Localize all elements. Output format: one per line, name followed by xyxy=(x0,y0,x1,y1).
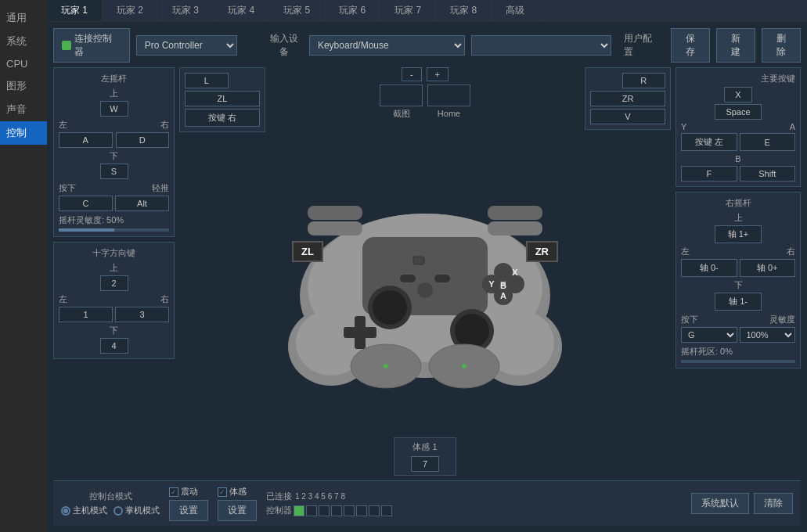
connect-controller-button[interactable]: 连接控制器 xyxy=(53,28,130,63)
controller-indicator-5 xyxy=(344,505,355,516)
B-label: B xyxy=(735,154,740,164)
input-device-select2[interactable] xyxy=(471,35,611,56)
sidebar-item-graphics[interactable]: 图形 xyxy=(0,74,47,98)
space-key[interactable]: Space xyxy=(715,104,762,120)
input-device-select[interactable]: Keyboard/Mouse xyxy=(309,35,465,56)
sidebar-item-audio[interactable]: 声音 xyxy=(0,98,47,121)
L-button[interactable]: L xyxy=(185,73,229,88)
tab-player6[interactable]: 玩家 6 xyxy=(325,0,380,21)
controller-indicator-3 xyxy=(319,505,330,516)
sidebar-item-general[interactable]: 通用 xyxy=(0,6,47,30)
left-stick-push-key[interactable]: Alt xyxy=(115,196,169,211)
controller-type-select[interactable]: Pro Controller xyxy=(136,35,238,56)
svg-rect-22 xyxy=(434,275,450,282)
zl-label: ZL xyxy=(292,241,323,262)
handheld-mode-radio[interactable]: 掌机模式 xyxy=(113,505,160,516)
haptic-checkbox[interactable]: ✓ 体感 xyxy=(218,486,257,498)
svg-point-16 xyxy=(494,263,513,282)
console-mode-title: 控制台模式 xyxy=(61,491,160,502)
tab-player8[interactable]: 玩家 8 xyxy=(436,0,492,21)
left-key-btn[interactable]: 按键 左 xyxy=(681,133,737,151)
controller-label: 控制器 xyxy=(266,505,292,516)
tab-player7[interactable]: 玩家 7 xyxy=(380,0,436,21)
left-stick-press-key[interactable]: C xyxy=(59,196,113,211)
tab-player5[interactable]: 玩家 5 xyxy=(269,0,325,21)
screenshot-area xyxy=(380,84,423,106)
mid-section: 左摇杆 上 W 左 右 A D xyxy=(53,67,801,476)
user-config-label: 用户配置 xyxy=(624,32,661,59)
dpad-down-key[interactable]: 4 xyxy=(100,338,128,354)
R-button[interactable]: R xyxy=(622,73,666,88)
left-stick-down-key[interactable]: S xyxy=(100,164,128,179)
vibration-checkbox[interactable]: ✓ 震动 xyxy=(169,486,208,498)
clear-button[interactable]: 清除 xyxy=(754,493,793,514)
haptic-setup-button[interactable]: 设置 xyxy=(218,500,257,521)
left-stick-panel: 左摇杆 上 W 左 右 A D xyxy=(53,67,175,237)
tab-player1[interactable]: 玩家 1 xyxy=(47,0,103,21)
ZL-key[interactable]: 按键 右 xyxy=(185,109,260,127)
vibration-setup-button[interactable]: 设置 xyxy=(169,500,208,521)
right-stick-up-key[interactable]: 轴 1+ xyxy=(715,225,762,243)
save-button[interactable]: 保存 xyxy=(671,28,710,63)
vibration-check-indicator: ✓ xyxy=(169,487,178,497)
tab-player3[interactable]: 玩家 3 xyxy=(158,0,214,21)
A-label: A xyxy=(790,122,795,131)
host-mode-indicator xyxy=(61,506,70,516)
haptics-value[interactable]: 7 xyxy=(411,456,439,472)
tab-player2[interactable]: 玩家 2 xyxy=(103,0,158,21)
tab-player4[interactable]: 玩家 4 xyxy=(214,0,269,21)
Y-label: Y xyxy=(681,122,686,131)
connected-header: 已连接 1 2 3 4 5 6 7 8 xyxy=(266,491,392,502)
svg-point-28 xyxy=(462,364,467,368)
controller-indicator-1 xyxy=(294,505,304,516)
left-stick-press-label: 按下 xyxy=(59,182,76,194)
svg-point-10 xyxy=(455,314,489,348)
svg-text:A: A xyxy=(500,291,506,300)
left-stick-sensitivity-bar xyxy=(59,228,114,232)
controller-indicators: 控制器 xyxy=(266,505,392,516)
host-mode-radio[interactable]: 主机模式 xyxy=(61,505,107,516)
F-key[interactable]: F xyxy=(681,166,737,182)
sidebar: 通用 系统 CPU 图形 声音 控制 xyxy=(0,0,47,532)
shift-key[interactable]: Shift xyxy=(740,166,796,182)
ZR-key[interactable]: V xyxy=(590,109,665,124)
plus-button[interactable]: + xyxy=(427,67,449,81)
minus-button[interactable]: - xyxy=(402,67,422,81)
haptics-label: 体感 1 xyxy=(410,441,440,453)
X-key[interactable]: X xyxy=(724,87,752,102)
dpad-right-key[interactable]: 3 xyxy=(115,307,169,322)
left-stick-up-key[interactable]: W xyxy=(100,101,128,117)
controller-indicator-6 xyxy=(356,505,367,516)
handheld-mode-indicator xyxy=(113,506,123,516)
left-stick-sensitivity: 摇杆灵敏度: 50% xyxy=(59,214,169,226)
dpad-up-key[interactable]: 2 xyxy=(100,275,128,291)
ZL-button[interactable]: ZL xyxy=(185,91,260,106)
input-device-label: 输入设备 xyxy=(265,32,303,59)
system-default-button[interactable]: 系统默认 xyxy=(691,493,749,514)
E-key[interactable]: E xyxy=(740,133,796,151)
controller-visual: ZL ZR xyxy=(179,135,671,434)
right-stick-title: 右摇杆 xyxy=(681,197,795,209)
sidebar-item-control[interactable]: 控制 xyxy=(0,121,47,145)
home-label: Home xyxy=(438,109,460,118)
bottom-bar: 控制台模式 主机模式 掌机模式 ✓ 震动 xyxy=(53,480,801,526)
tab-advanced[interactable]: 高级 xyxy=(492,0,539,21)
left-stick-left-key[interactable]: A xyxy=(59,132,113,148)
abxy-panel: 主要按键 X Space Y A 按键 左 xyxy=(676,67,801,187)
right-stick-down-key[interactable]: 轴 1- xyxy=(715,293,762,311)
right-stick-left-key[interactable]: 轴 0- xyxy=(681,259,737,277)
left-stick-left-label: 左 xyxy=(59,119,67,131)
right-stick-press-select[interactable]: G xyxy=(681,327,737,343)
svg-rect-12 xyxy=(355,316,366,349)
new-button[interactable]: 新建 xyxy=(716,28,755,63)
sidebar-item-cpu[interactable]: CPU xyxy=(0,53,47,74)
right-stick-sensitivity-select[interactable]: 100% xyxy=(740,327,796,343)
delete-button[interactable]: 删除 xyxy=(762,28,801,63)
dpad-left-key[interactable]: 1 xyxy=(59,307,113,322)
vibration-label: 震动 xyxy=(181,486,198,498)
left-stick-right-key[interactable]: D xyxy=(116,132,170,148)
right-stick-right-key[interactable]: 轴 0+ xyxy=(740,259,796,277)
sidebar-item-system[interactable]: 系统 xyxy=(0,30,47,53)
ZR-button[interactable]: ZR xyxy=(590,91,665,106)
left-stick-sensitivity-label: 摇杆灵敏度: 50% xyxy=(59,214,124,226)
